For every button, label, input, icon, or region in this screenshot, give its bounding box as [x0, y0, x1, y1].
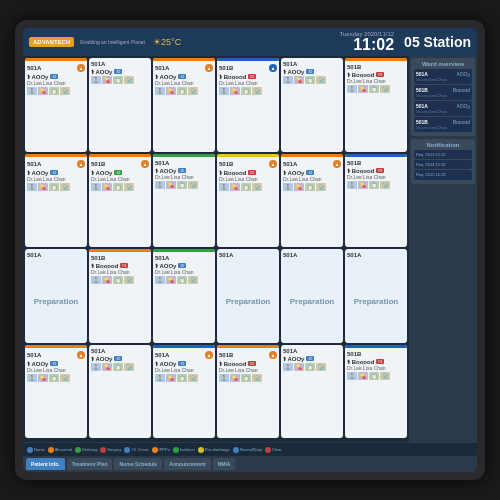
- card-status-bar: [217, 345, 279, 348]
- card-header: 501A: [219, 252, 277, 258]
- ward-item-1[interactable]: 501B Booood Dr.Lee Lisa Chan: [414, 85, 472, 100]
- patient-card-0-1[interactable]: 501A⚕ AOOyID🚶💊📋🩺: [89, 58, 151, 152]
- patient-name: ⚕ AOOy: [91, 169, 112, 176]
- room-label: 501A: [283, 252, 297, 258]
- patient-card-2-3[interactable]: 501APreparation: [217, 249, 279, 343]
- patient-card-3-4[interactable]: 501A⚕ AOOyID🚶💊📋🩺: [281, 345, 343, 439]
- alert-icon: ▲: [77, 64, 85, 72]
- patient-card-1-4[interactable]: 501A▲⚕ AOOyIDDr.Lee Lisa Chan🚶💊📋🩺: [281, 154, 343, 248]
- card-icons-row: 🚶💊📋🩺: [155, 181, 213, 189]
- ward-item-0[interactable]: 501A AOOy Dr.Lee Lisa Chan: [414, 69, 472, 84]
- room-label: 501B: [347, 160, 361, 166]
- card-mini-icon-1: 💊: [102, 363, 112, 371]
- card-mini-icon-0: 🚶: [283, 183, 293, 191]
- room-label: 501B: [219, 65, 233, 71]
- patient-card-2-2[interactable]: 501A⚕ AOOyIDDr.Lee Lisa Chan🚶💊📋🩺: [153, 249, 215, 343]
- alert-icon: ▲: [77, 160, 85, 168]
- patient-id-badge: ID: [178, 361, 186, 366]
- bottom-tab-0[interactable]: Patient Info.: [26, 458, 65, 470]
- patient-card-1-0[interactable]: 501A▲⚕ AOOyIDDr.Lee Lisa Chan🚶💊📋🩺: [25, 154, 87, 248]
- patient-name-row: ⚕ BoooodID: [91, 262, 149, 269]
- ward-doctor: Dr.Lee Lisa Chan: [416, 93, 470, 98]
- card-icons-row: 🚶💊📋🩺: [91, 183, 149, 191]
- toolbar-item-5[interactable]: IPPPo: [152, 447, 170, 453]
- patient-card-0-4[interactable]: 501A⚕ AOOyID🚶💊📋🩺: [281, 58, 343, 152]
- toolbar-item-8[interactable]: NormalDiary: [233, 447, 262, 453]
- card-mini-icon-3: 🩺: [60, 87, 70, 95]
- patient-card-2-1[interactable]: 501B⚕ BoooodIDDr.Lee Lisa Chan🚶💊📋🩺: [89, 249, 151, 343]
- card-icons-row: 🚶💊📋🩺: [347, 372, 405, 380]
- room-label: 501A: [91, 348, 105, 354]
- card-header: 501A: [283, 348, 341, 354]
- patient-card-2-0[interactable]: 501APreparation: [25, 249, 87, 343]
- station-label: 05 Station: [404, 34, 471, 50]
- patient-name: ⚕ AOOy: [27, 169, 48, 176]
- card-mini-icon-2: 📋: [113, 76, 123, 84]
- patient-card-2-4[interactable]: 501APreparation: [281, 249, 343, 343]
- bottom-tab-1[interactable]: Treatment Plan: [67, 458, 113, 470]
- patient-name-row: ⚕ AOOyID: [155, 262, 213, 269]
- toolbar-item-2[interactable]: Ordering: [75, 447, 98, 453]
- card-mini-icon-0: 🚶: [155, 276, 165, 284]
- patient-card-1-1[interactable]: 501B▲⚕ AOOyIDDr.Lee Lisa Chan🚶💊📋🩺: [89, 154, 151, 248]
- patient-card-3-2[interactable]: 501A▲⚕ AOOyIDDr.Lee Lisa Chan🚶💊📋🩺: [153, 345, 215, 439]
- room-label: 501A: [283, 61, 297, 67]
- toolbar-item-6[interactable]: Isolation: [173, 447, 195, 453]
- card-header: 501B▲: [219, 160, 277, 168]
- toolbar-item-9[interactable]: Clear: [265, 447, 282, 453]
- patient-card-1-2[interactable]: 501A⚕ AOOyIDDr.Lee Lisa Chan🚶💊📋🩺: [153, 154, 215, 248]
- card-mini-icon-1: 💊: [358, 181, 368, 189]
- card-status-bar: [281, 154, 343, 157]
- toolbar-item-4[interactable]: I.V. Cross: [124, 447, 148, 453]
- patient-card-1-3[interactable]: 501B▲⚕ BoooodIDDr.Lee Lisa Chan🚶💊📋🩺: [217, 154, 279, 248]
- card-status-bar: [345, 345, 407, 348]
- notif-text: Req. 0513 15:21: [416, 152, 470, 157]
- patient-card-0-0[interactable]: 501A▲⚕ AOOyIDDr.Lee Lisa Chan🚶💊📋🩺: [25, 58, 87, 152]
- card-status-bar: [25, 154, 87, 157]
- bottom-tab-2[interactable]: Nurse Schedule: [114, 458, 162, 470]
- ward-item-2[interactable]: 501A AOOy Dr.Lee Lisa Chan: [414, 101, 472, 116]
- card-icons-row: 🚶💊📋🩺: [219, 183, 277, 191]
- card-mini-icon-0: 🚶: [91, 363, 101, 371]
- ward-doctor: Dr.Lee Lisa Chan: [416, 77, 470, 82]
- toolbar-item-3[interactable]: Surgery: [100, 447, 121, 453]
- toolbar-item-7[interactable]: Pre-discharge: [198, 447, 230, 453]
- room-label: 501A: [27, 65, 41, 71]
- bottom-tabs[interactable]: Patient Info.Treatment PlanNurse Schedul…: [23, 456, 477, 472]
- patient-name-row: ⚕ BoooodID: [219, 169, 277, 176]
- doctor-name: Dr.Lee Lisa Chan: [27, 176, 85, 182]
- card-mini-icon-1: 💊: [102, 276, 112, 284]
- room-label: 501A: [155, 352, 169, 358]
- bottom-tab-4[interactable]: NMIA: [213, 458, 236, 470]
- patient-name-row: ⚕ AOOyID: [27, 360, 85, 367]
- patient-card-0-3[interactable]: 501B▲⚕ BoooodIDDr.Lee Lisa Chan🚶💊📋🩺: [217, 58, 279, 152]
- notification-item-0: Req. 0513 15:21: [414, 150, 472, 159]
- card-icons-row: 🚶💊📋🩺: [283, 183, 341, 191]
- patient-id-badge: ID: [306, 356, 314, 361]
- bottom-tab-3[interactable]: Announcement: [164, 458, 210, 470]
- patient-card-3-0[interactable]: 501A▲⚕ AOOyIDDr.Lee Lisa Chan🚶💊📋🩺: [25, 345, 87, 439]
- patient-name: ⚕ AOOy: [27, 73, 48, 80]
- patient-card-0-2[interactable]: 501A▲⚕ AOOyIDDr.Lee Lisa Chan🚶💊📋🩺: [153, 58, 215, 152]
- patient-id-badge: ID: [50, 74, 58, 79]
- patient-card-1-5[interactable]: 501B⚕ BoooodIDDr.Lee Lisa Chan🚶💊📋🩺: [345, 154, 407, 248]
- card-mini-icon-2: 📋: [369, 85, 379, 93]
- card-mini-icon-1: 💊: [294, 76, 304, 84]
- card-icons-row: 🚶💊📋🩺: [347, 85, 405, 93]
- toolbar-item-1[interactable]: Abnormal: [48, 447, 72, 453]
- toolbar-label-7: Pre-discharge: [205, 447, 230, 452]
- card-mini-icon-0: 🚶: [219, 374, 229, 382]
- patient-card-2-5[interactable]: 501APreparation: [345, 249, 407, 343]
- patient-name: ⚕ Booood: [347, 358, 374, 365]
- ward-overview-title: Ward overview: [414, 61, 472, 67]
- card-header: 501A: [283, 61, 341, 67]
- toolbar-item-0[interactable]: Nurse: [27, 447, 45, 453]
- patient-card-3-1[interactable]: 501A⚕ AOOyID🚶💊📋🩺: [89, 345, 151, 439]
- patient-card-0-5[interactable]: 501B⚕ BoooodIDDr.Lee Lisa Chan🚶💊📋🩺: [345, 58, 407, 152]
- patient-name-row: ⚕ AOOyID: [91, 355, 149, 362]
- patient-card-3-3[interactable]: 501B▲⚕ BoooodIDDr.Lee Lisa Chan🚶💊📋🩺: [217, 345, 279, 439]
- ward-item-3[interactable]: 501B Booood Dr.Lee Lisa Chan: [414, 117, 472, 132]
- patient-name-row: ⚕ AOOyID: [155, 73, 213, 80]
- patient-card-3-5[interactable]: 501B⚕ BoooodIDDr.Lee Lisa Chan🚶💊📋🩺: [345, 345, 407, 439]
- toolbar-label-1: Abnormal: [55, 447, 72, 452]
